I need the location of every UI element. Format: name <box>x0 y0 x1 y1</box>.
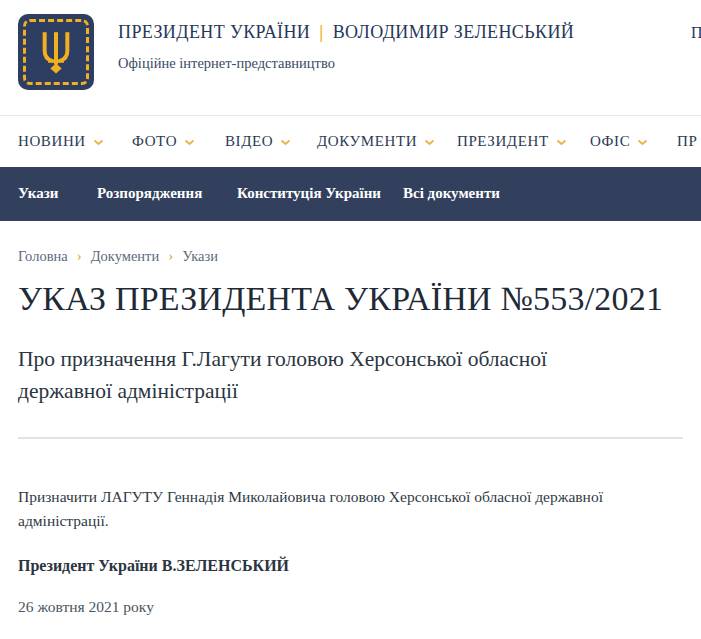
breadcrumb-link-home[interactable]: Головна <box>18 248 68 265</box>
site-tagline: Офіційне інтернет-представництво <box>118 55 574 72</box>
chevron-down-icon <box>184 139 195 146</box>
subnav-item-orders[interactable]: Розпорядження <box>97 185 202 202</box>
main-navigation: НОВИНИ ФОТО ВІДЕО ДОКУМЕНТИ ПРЕЗИДЕНТ ОФ… <box>0 116 701 167</box>
subnav-item-decrees[interactable]: Укази <box>18 185 58 202</box>
nav-item-president[interactable]: ПРЕЗИДЕНТ <box>457 133 567 150</box>
title-divider: | <box>319 22 323 42</box>
chevron-down-icon <box>556 139 567 146</box>
breadcrumb-separator-icon: › <box>77 248 82 265</box>
chevron-down-icon <box>424 139 435 146</box>
president-name[interactable]: ВОЛОДИМИР ЗЕЛЕНСЬКИЙ <box>333 22 575 42</box>
nav-item-documents[interactable]: ДОКУМЕНТИ <box>317 133 435 150</box>
chevron-down-icon <box>93 139 104 146</box>
decree-subtitle: Про призначення Г.Лагути головою Херсонс… <box>18 343 603 408</box>
document-page: Головна › Документи › Укази УКАЗ ПРЕЗИДЕ… <box>0 248 701 616</box>
header-right-partial-text[interactable]: П <box>691 24 701 42</box>
decree-date: 26 жовтня 2021 року <box>18 598 683 616</box>
subnav-item-all-documents[interactable]: Всі документи <box>403 185 500 202</box>
trident-icon <box>39 29 73 75</box>
decree-title: УКАЗ ПРЕЗИДЕНТА УКРАЇНИ №553/2021 <box>18 280 683 318</box>
nav-item-photo[interactable]: ФОТО <box>132 133 195 150</box>
decree-body-text: Призначити ЛАГУТУ Геннадія Миколайовича … <box>18 485 683 535</box>
chevron-down-icon <box>637 139 648 146</box>
site-title[interactable]: ПРЕЗИДЕНТ УКРАЇНИ <box>118 22 310 42</box>
documents-sub-navigation: Укази Розпорядження Конституція України … <box>0 167 701 221</box>
site-title-line: ПРЕЗИДЕНТ УКРАЇНИ|ВОЛОДИМИР ЗЕЛЕНСЬКИЙ <box>118 22 574 43</box>
nav-item-press-partial[interactable]: ПР <box>677 133 697 150</box>
presidential-emblem-logo[interactable] <box>18 14 94 90</box>
breadcrumb-link-documents[interactable]: Документи <box>91 248 160 265</box>
nav-item-office[interactable]: ОФІС <box>590 133 648 150</box>
content-divider <box>18 437 683 439</box>
site-header: ПРЕЗИДЕНТ УКРАЇНИ|ВОЛОДИМИР ЗЕЛЕНСЬКИЙ О… <box>0 0 701 116</box>
breadcrumb: Головна › Документи › Укази <box>18 248 683 265</box>
chevron-down-icon <box>280 139 291 146</box>
breadcrumb-current-decrees[interactable]: Укази <box>182 248 218 265</box>
breadcrumb-separator-icon: › <box>168 248 173 265</box>
nav-item-video[interactable]: ВІДЕО <box>225 133 291 150</box>
decree-signature: Президент України В.ЗЕЛЕНСЬКИЙ <box>18 557 683 575</box>
nav-item-news[interactable]: НОВИНИ <box>18 133 104 150</box>
subnav-item-constitution[interactable]: Конституція України <box>237 185 381 202</box>
